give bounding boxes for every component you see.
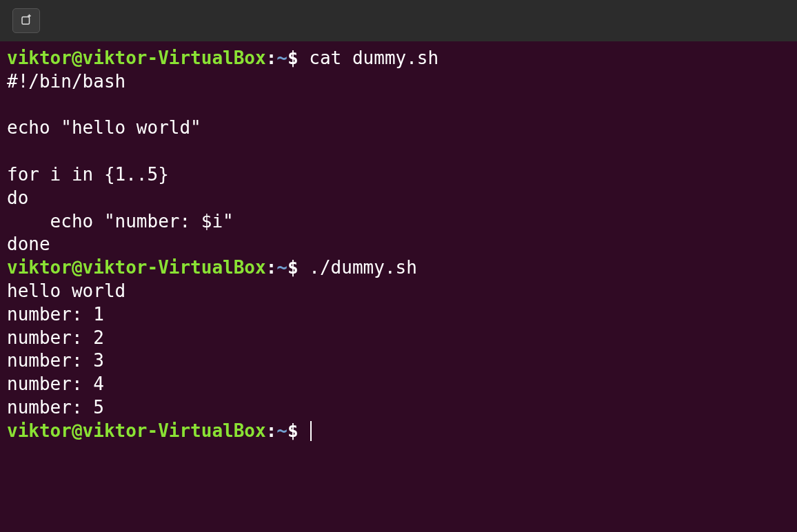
output-text: number: 2 [7,327,104,348]
prompt-dollar: $ [287,48,309,68]
output-text: number: 1 [7,304,104,325]
prompt-user-host: viktor@viktor-VirtualBox [7,420,266,441]
command-text: ./dummy.sh [309,257,417,278]
output-text: done [7,234,50,254]
output-text: for i in {1..5} [7,164,169,185]
output-line [7,140,790,163]
terminal-titlebar [0,0,797,41]
prompt-dollar: $ [287,420,309,441]
output-line: hello world [7,280,790,303]
output-line: number: 5 [7,396,790,420]
output-line: for i in {1..5} [7,163,790,187]
output-text: do [7,187,28,208]
output-line: echo "number: $i" [7,210,790,234]
output-text: number: 3 [7,350,104,371]
prompt-colon: : [266,420,277,441]
output-text: echo "number: $i" [7,211,234,232]
output-text: number: 5 [7,397,104,418]
output-line: echo "hello world" [7,116,790,140]
output-text [7,94,18,115]
output-text: #!/bin/bash [7,71,125,92]
prompt-path: ~ [276,257,287,278]
output-text: number: 4 [7,374,104,394]
output-line: do [7,187,790,210]
output-text [7,141,18,161]
output-line: number: 2 [7,327,790,350]
prompt-user-host: viktor@viktor-VirtualBox [7,48,266,68]
cursor [310,421,312,441]
output-line [7,94,790,117]
prompt-user-host: viktor@viktor-VirtualBox [7,257,266,278]
svg-rect-0 [22,17,30,25]
output-line: number: 3 [7,349,790,373]
prompt-line: viktor@viktor-VirtualBox:~$ cat dummy.sh [7,47,790,70]
command-text: cat dummy.sh [309,48,438,68]
output-line: number: 4 [7,373,790,396]
prompt-colon: : [266,257,277,278]
prompt-dollar: $ [287,257,309,278]
new-tab-button[interactable] [12,8,40,33]
new-tab-icon [20,9,32,32]
output-text: echo "hello world" [7,117,201,138]
output-text: hello world [7,280,125,301]
prompt-colon: : [266,48,277,68]
prompt-path: ~ [276,420,287,441]
output-line: number: 1 [7,303,790,327]
prompt-line: viktor@viktor-VirtualBox:~$ ./dummy.sh [7,256,790,280]
output-line: done [7,233,790,256]
terminal-body[interactable]: viktor@viktor-VirtualBox:~$ cat dummy.sh… [0,41,797,449]
prompt-line: viktor@viktor-VirtualBox:~$ [7,420,790,443]
output-line: #!/bin/bash [7,70,790,94]
prompt-path: ~ [276,48,287,68]
